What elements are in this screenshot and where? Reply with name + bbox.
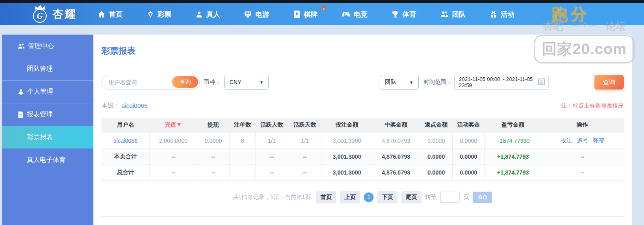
total-label: 本页合计 [102,149,149,164]
total-profit: +1,874.7793 [497,169,529,176]
filter-right-group: 团队 ▼ 时间范围： 2021-11-05 00:00 ~ 2021-11-05… [376,75,624,90]
col-header-label: 充值 [165,121,176,128]
currency-select[interactable]: CNY ▼ [224,75,269,90]
hot-flame-icon [321,5,326,11]
col-header-actions[interactable]: 操作 [541,118,624,133]
currency-value: CNY [229,79,242,85]
nav-item-team[interactable]: 团队 [428,3,478,25]
col-header-active-days[interactable]: 活跃天数 [288,118,322,133]
nav-item-label: 首页 [109,10,123,19]
username-search-button[interactable]: 查询 [172,76,198,88]
nav-item-label: 真人 [206,10,220,19]
site-logo[interactable]: G 杏耀 [32,5,77,23]
last-page-button[interactable]: 尾页 [401,191,421,203]
cell-profit: +1874.77930 [496,138,529,144]
date-range-input[interactable]: 2021-11-05 00:00 ~ 2021-11-05 23:59 [454,75,549,90]
current-page-indicator[interactable]: 1 [364,192,374,202]
nav-item-label: 棋牌 [304,10,318,19]
nav-item-label: 电竞 [354,10,367,19]
total-cell: -- [149,149,197,164]
goto-page-input[interactable] [440,192,460,203]
cell-withdraw: 0.0000 [197,133,229,149]
cell-active-days: 1/1 [288,133,322,149]
username-link[interactable]: aicai0066 [113,138,138,144]
sidebar-item-live-esports[interactable]: 真人电子体育 [2,149,93,171]
col-header-bet-amount[interactable]: 投注金额 [322,118,372,133]
cell-recharge: 2,000.0000 [149,133,197,149]
nav-item-esports[interactable]: 电竞 [330,3,380,25]
col-header-active-users[interactable]: 活跃人数 [255,118,288,133]
total-cell: -- [197,149,229,164]
total-cell: 0.0000 [420,164,452,180]
col-header-withdraw[interactable]: 提现 [197,118,229,133]
col-header-bet-count[interactable]: 注单数 [229,118,255,133]
nav-item-home[interactable]: 首页 [86,3,135,25]
total-cell: 3,001.3000 [322,164,372,180]
pagination-summary: 共计1条记录，1页，当前第1页 [233,194,311,201]
chase-link[interactable]: 追号 [577,137,588,144]
sidebar-item-team-management[interactable]: 团队管理 [2,57,93,80]
next-page-button[interactable]: 下页 [377,191,398,203]
level-value-link[interactable]: aicai0066 [121,102,147,109]
report-table: 用户名 充值▼ 提现 注单数 活跃人数 活跃天数 投注金额 中奖金额 返点金额 … [102,118,624,181]
username-search-input[interactable] [108,79,165,85]
currency-label: 币种： [204,79,221,86]
pagination: 共计1条记录，1页，当前第1页 首页 上页 1 下页 尾页 转至 页 GO [102,191,624,203]
total-cell [229,149,255,164]
first-page-button[interactable]: 首页 [316,191,336,203]
nav-item-egame[interactable]: 电游 [232,3,281,25]
bets-link[interactable]: 投注 [561,137,572,144]
chevron-down-icon: ▼ [259,80,264,85]
col-header-win-amount[interactable]: 中奖金额 [372,118,420,133]
home-icon [98,11,105,18]
total-profit: +1,874.7793 [497,153,529,160]
total-cell: 4,876.0793 [372,164,420,180]
prev-page-button[interactable]: 上页 [340,191,360,203]
report-icon [18,111,24,118]
title-divider [102,64,624,64]
total-cell: 0.0000 [452,149,485,164]
total-cell: 3,001.3000 [322,149,372,164]
calendar-icon [538,78,545,87]
total-cell: -- [541,164,624,180]
sidebar-item-personal-management[interactable]: 个人管理 [2,80,93,103]
sidebar-item-report-management[interactable]: 报表管理 [2,103,93,126]
account-change-link[interactable]: 账变 [593,137,605,144]
col-header-bonus[interactable]: 活动奖金 [452,118,485,133]
sidebar-item-label: 团队管理 [27,65,53,73]
sidebar-item-label: 管理中心 [28,42,54,50]
nav-item-label: 电游 [255,10,269,19]
total-cell: 0.0000 [452,164,485,180]
bottom-divider [102,216,624,217]
total-cell: -- [255,149,288,164]
nav-item-activity[interactable]: 活动 [478,3,527,25]
nav-item-lottery[interactable]: 彩票 [135,3,184,25]
page-total-row: 本页合计 -- -- -- -- 3,001.3000 4,876.0793 0… [102,149,624,164]
egame-icon [244,11,252,18]
sidebar-item-admin-center[interactable]: 管理中心 [2,35,93,57]
col-header-rebate[interactable]: 返点金额 [420,118,452,133]
logo-text: 杏耀 [52,7,77,22]
cell-bonus: 0.0000 [452,133,485,149]
sidebar-item-label: 真人电子体育 [27,156,66,164]
sidebar-item-lottery-report[interactable]: 彩票报表 [2,126,93,149]
total-cell [229,164,255,180]
scope-select[interactable]: 团队 ▼ [380,75,419,90]
activity-icon [490,11,497,18]
col-header-recharge-sorted[interactable]: 充值▼ [149,118,197,133]
col-header-profit[interactable]: 盈亏金额 [485,118,541,133]
sidebar-item-label: 个人管理 [27,87,53,96]
chess-icon [294,11,300,18]
nav-item-sports[interactable]: 体育 [380,3,428,25]
nav-item-live[interactable]: 真人 [184,3,232,25]
date-range-value: 2021-11-05 00:00 ~ 2021-11-05 23:59 [459,76,538,88]
live-icon [196,11,203,18]
total-cell: -- [288,149,322,164]
go-button[interactable]: GO [473,192,492,203]
total-cell: 4,876.0793 [372,149,420,164]
cell-bet-count: 8 [229,133,255,149]
nav-item-chess[interactable]: 棋牌 [281,3,330,25]
col-header-username[interactable]: 用户名 [102,118,149,133]
query-button[interactable]: 查询 [594,75,624,90]
cell-rebate: 0.0000 [420,133,452,149]
